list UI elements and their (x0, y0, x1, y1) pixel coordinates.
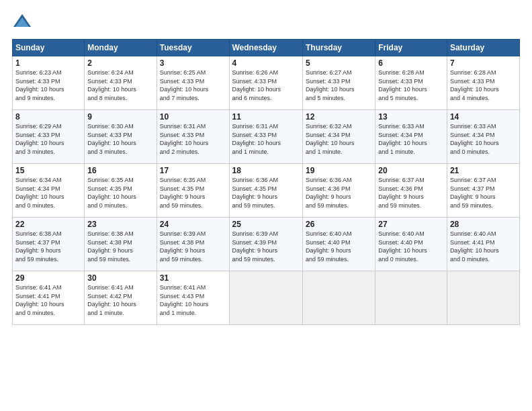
day-number: 5 (306, 58, 372, 68)
day-number: 22 (15, 220, 81, 229)
col-header-tuesday: Tuesday (157, 40, 229, 56)
day-number: 28 (450, 220, 517, 229)
calendar-week-row: 15Sunrise: 6:34 AMSunset: 4:34 PMDayligh… (13, 164, 520, 218)
calendar-cell: 5Sunrise: 6:27 AMSunset: 4:33 PMDaylight… (302, 56, 375, 110)
day-number: 30 (87, 273, 153, 283)
day-info: Sunrise: 6:28 AMSunset: 4:33 PMDaylight:… (378, 68, 444, 102)
day-number: 27 (378, 220, 444, 229)
day-info: Sunrise: 6:37 AMSunset: 4:36 PMDaylight:… (378, 176, 444, 210)
day-info: Sunrise: 6:37 AMSunset: 4:37 PMDaylight:… (450, 176, 517, 210)
calendar-cell: 22Sunrise: 6:38 AMSunset: 4:37 PMDayligh… (13, 218, 85, 271)
day-info: Sunrise: 6:38 AMSunset: 4:37 PMDaylight:… (15, 230, 81, 263)
col-header-sunday: Sunday (13, 40, 85, 56)
calendar-cell: 14Sunrise: 6:33 AMSunset: 4:34 PMDayligh… (447, 110, 519, 164)
day-info: Sunrise: 6:35 AMSunset: 4:35 PMDaylight:… (160, 176, 226, 210)
calendar-cell: 11Sunrise: 6:31 AMSunset: 4:33 PMDayligh… (229, 110, 302, 164)
day-info: Sunrise: 6:27 AMSunset: 4:33 PMDaylight:… (306, 68, 372, 102)
calendar-cell: 7Sunrise: 6:28 AMSunset: 4:33 PMDaylight… (447, 56, 519, 110)
col-header-saturday: Saturday (447, 40, 519, 56)
day-number: 26 (306, 220, 372, 229)
day-info: Sunrise: 6:28 AMSunset: 4:33 PMDaylight:… (450, 68, 517, 102)
day-number: 15 (15, 166, 81, 175)
calendar-cell: 1Sunrise: 6:23 AMSunset: 4:33 PMDaylight… (13, 56, 85, 110)
calendar-week-row: 29Sunrise: 6:41 AMSunset: 4:41 PMDayligh… (13, 271, 520, 325)
calendar-cell: 19Sunrise: 6:36 AMSunset: 4:36 PMDayligh… (302, 164, 375, 218)
day-info: Sunrise: 6:30 AMSunset: 4:33 PMDaylight:… (87, 122, 153, 156)
day-info: Sunrise: 6:26 AMSunset: 4:33 PMDaylight:… (232, 68, 300, 102)
calendar-cell (375, 271, 447, 325)
day-number: 21 (450, 166, 517, 175)
day-number: 8 (15, 112, 81, 122)
day-number: 29 (15, 273, 81, 283)
calendar-cell: 30Sunrise: 6:41 AMSunset: 4:42 PMDayligh… (85, 271, 157, 325)
calendar-cell (229, 271, 302, 325)
day-number: 24 (160, 220, 226, 229)
logo-icon (12, 12, 32, 32)
col-header-friday: Friday (375, 40, 447, 56)
calendar-cell: 20Sunrise: 6:37 AMSunset: 4:36 PMDayligh… (375, 164, 447, 218)
calendar-cell: 26Sunrise: 6:40 AMSunset: 4:40 PMDayligh… (302, 218, 375, 271)
day-number: 2 (87, 58, 153, 68)
calendar-cell: 29Sunrise: 6:41 AMSunset: 4:41 PMDayligh… (13, 271, 85, 325)
day-number: 12 (306, 112, 372, 122)
day-number: 10 (160, 112, 226, 122)
calendar-cell: 6Sunrise: 6:28 AMSunset: 4:33 PMDaylight… (375, 56, 447, 110)
day-number: 31 (160, 273, 226, 283)
day-info: Sunrise: 6:41 AMSunset: 4:42 PMDaylight:… (87, 283, 153, 317)
day-info: Sunrise: 6:40 AMSunset: 4:40 PMDaylight:… (306, 230, 372, 263)
day-number: 16 (87, 166, 153, 175)
calendar-cell: 23Sunrise: 6:38 AMSunset: 4:38 PMDayligh… (85, 218, 157, 271)
day-number: 18 (232, 166, 300, 175)
calendar-cell: 8Sunrise: 6:29 AMSunset: 4:33 PMDaylight… (13, 110, 85, 164)
calendar-week-row: 1Sunrise: 6:23 AMSunset: 4:33 PMDaylight… (13, 56, 520, 110)
calendar-week-row: 22Sunrise: 6:38 AMSunset: 4:37 PMDayligh… (13, 218, 520, 271)
col-header-monday: Monday (85, 40, 157, 56)
day-info: Sunrise: 6:40 AMSunset: 4:41 PMDaylight:… (450, 230, 517, 263)
calendar-cell: 28Sunrise: 6:40 AMSunset: 4:41 PMDayligh… (447, 218, 519, 271)
day-number: 1 (15, 58, 81, 68)
calendar-table: SundayMondayTuesdayWednesdayThursdayFrid… (12, 39, 520, 325)
day-info: Sunrise: 6:39 AMSunset: 4:39 PMDaylight:… (232, 230, 300, 263)
day-info: Sunrise: 6:41 AMSunset: 4:41 PMDaylight:… (15, 283, 81, 317)
day-number: 3 (160, 58, 226, 68)
calendar-cell: 21Sunrise: 6:37 AMSunset: 4:37 PMDayligh… (447, 164, 519, 218)
day-info: Sunrise: 6:40 AMSunset: 4:40 PMDaylight:… (378, 230, 444, 263)
day-info: Sunrise: 6:33 AMSunset: 4:34 PMDaylight:… (378, 122, 444, 156)
day-number: 20 (378, 166, 444, 175)
calendar-header-row: SundayMondayTuesdayWednesdayThursdayFrid… (13, 40, 520, 56)
calendar-cell: 24Sunrise: 6:39 AMSunset: 4:38 PMDayligh… (157, 218, 229, 271)
day-info: Sunrise: 6:32 AMSunset: 4:34 PMDaylight:… (306, 122, 372, 156)
calendar-cell: 15Sunrise: 6:34 AMSunset: 4:34 PMDayligh… (13, 164, 85, 218)
day-info: Sunrise: 6:25 AMSunset: 4:33 PMDaylight:… (160, 68, 226, 102)
calendar-cell: 18Sunrise: 6:36 AMSunset: 4:35 PMDayligh… (229, 164, 302, 218)
day-info: Sunrise: 6:31 AMSunset: 4:33 PMDaylight:… (160, 122, 226, 156)
calendar-cell: 25Sunrise: 6:39 AMSunset: 4:39 PMDayligh… (229, 218, 302, 271)
day-info: Sunrise: 6:33 AMSunset: 4:34 PMDaylight:… (450, 122, 517, 156)
calendar-cell: 3Sunrise: 6:25 AMSunset: 4:33 PMDaylight… (157, 56, 229, 110)
day-number: 23 (87, 220, 153, 229)
day-number: 11 (232, 112, 300, 122)
day-info: Sunrise: 6:23 AMSunset: 4:33 PMDaylight:… (15, 68, 81, 102)
calendar-cell: 17Sunrise: 6:35 AMSunset: 4:35 PMDayligh… (157, 164, 229, 218)
calendar-week-row: 8Sunrise: 6:29 AMSunset: 4:33 PMDaylight… (13, 110, 520, 164)
calendar-cell: 4Sunrise: 6:26 AMSunset: 4:33 PMDaylight… (229, 56, 302, 110)
page: SundayMondayTuesdayWednesdayThursdayFrid… (0, 0, 532, 411)
day-info: Sunrise: 6:38 AMSunset: 4:38 PMDaylight:… (87, 230, 153, 263)
day-info: Sunrise: 6:39 AMSunset: 4:38 PMDaylight:… (160, 230, 226, 263)
calendar-cell: 2Sunrise: 6:24 AMSunset: 4:33 PMDaylight… (85, 56, 157, 110)
calendar-cell: 9Sunrise: 6:30 AMSunset: 4:33 PMDaylight… (85, 110, 157, 164)
calendar-cell: 16Sunrise: 6:35 AMSunset: 4:35 PMDayligh… (85, 164, 157, 218)
day-info: Sunrise: 6:36 AMSunset: 4:35 PMDaylight:… (232, 176, 300, 210)
day-number: 14 (450, 112, 517, 122)
day-number: 6 (378, 58, 444, 68)
day-number: 17 (160, 166, 226, 175)
calendar-cell (302, 271, 375, 325)
day-info: Sunrise: 6:35 AMSunset: 4:35 PMDaylight:… (87, 176, 153, 210)
logo (12, 12, 35, 32)
day-info: Sunrise: 6:24 AMSunset: 4:33 PMDaylight:… (87, 68, 153, 102)
col-header-thursday: Thursday (302, 40, 375, 56)
calendar-cell: 27Sunrise: 6:40 AMSunset: 4:40 PMDayligh… (375, 218, 447, 271)
day-info: Sunrise: 6:36 AMSunset: 4:36 PMDaylight:… (306, 176, 372, 210)
day-info: Sunrise: 6:29 AMSunset: 4:33 PMDaylight:… (15, 122, 81, 156)
day-number: 25 (232, 220, 300, 229)
